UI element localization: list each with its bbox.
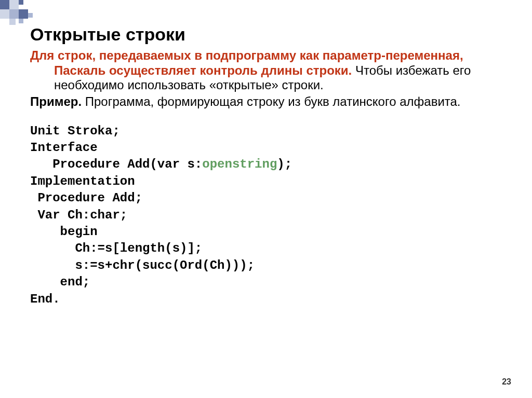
- code-line-10: end;: [30, 275, 90, 289]
- code-line-9: s:=s+chr(succ(Ord(Ch)));: [30, 258, 255, 272]
- code-line-3a: Procedure Add(var s:: [30, 157, 202, 171]
- code-line-6: Var Ch:char;: [30, 208, 127, 222]
- code-line-8: Ch:=s[length(s)];: [30, 241, 202, 255]
- code-line-11: End.: [30, 292, 60, 306]
- slide-content: Открытые строки Для строк, передаваемых …: [30, 25, 508, 308]
- code-line-4: Implementation: [30, 174, 135, 188]
- paragraph-2: Пример. Программа, формирующая строку из…: [30, 94, 508, 109]
- code-line-2: Interface: [30, 141, 98, 155]
- code-block: Unit Stroka; Interface Procedure Add(var…: [30, 123, 508, 308]
- paragraph-2-lead: Пример.: [30, 94, 82, 108]
- corner-decoration: [0, 0, 42, 26]
- slide-title: Открытые строки: [30, 25, 508, 44]
- paragraph-1: Для строк, передаваемых в подпрограмму к…: [30, 48, 508, 92]
- page-number: 23: [502, 377, 511, 387]
- code-line-3c: );: [277, 157, 292, 171]
- paragraph-2-tail: Программа, формирующая строку из букв ла…: [82, 94, 460, 108]
- code-openstring-keyword: openstring: [202, 157, 277, 171]
- code-line-7: begin: [30, 225, 98, 239]
- code-line-1: Unit Stroka;: [30, 124, 120, 138]
- code-line-5: Procedure Add;: [30, 191, 142, 205]
